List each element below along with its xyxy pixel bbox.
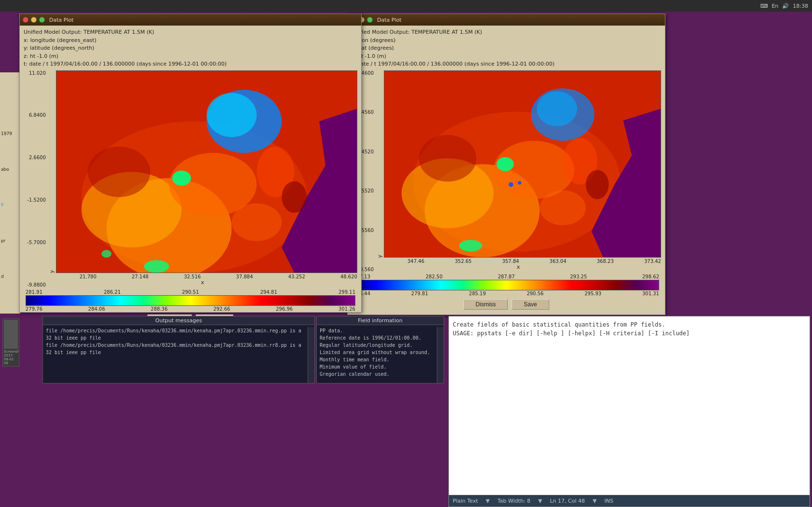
svg-point-22 (537, 91, 577, 126)
svg-point-6 (207, 93, 257, 137)
statusbar-dropdown-1[interactable]: ▼ (486, 498, 489, 504)
left-colorbar-section: 281.91 286.21 290.51 294.81 299.11 279.7… (24, 289, 357, 312)
statusbar-dropdown-2[interactable]: ▼ (538, 498, 542, 504)
keyboard-icon: ⌨ (760, 3, 768, 9)
statusbar-dropdown-3[interactable]: ▼ (593, 498, 596, 504)
left-data-plot-window: Data Plot Unified Model Output: TEMPERAT… (19, 14, 362, 313)
left-maximize-button[interactable] (39, 17, 45, 23)
left-y-axis-ticks: 11.020 6.8400 2.6600 -1.5200 -5.7000 -9.… (24, 70, 48, 288)
field-info-content: PP data. Reference date is 1996/12/01:00… (317, 325, 444, 380)
svg-point-10 (88, 146, 150, 197)
editor-position[interactable]: Ln 17, Col 48 (550, 498, 585, 504)
editor-tab-width[interactable]: Tab Width: 8 (498, 498, 530, 504)
right-window-title: Data Plot (377, 17, 402, 23)
svg-point-25 (497, 157, 514, 171)
partial-text-4: pr (0, 237, 20, 244)
field-info-panel: Field information PP data. Reference dat… (316, 316, 444, 384)
system-bar: ⌨ En 🔊 18:38 (0, 0, 812, 12)
svg-point-23 (509, 182, 514, 187)
left-colorbar-bottom-labels: 279.76 284.06 288.36 292.66 296.96 301.2… (26, 306, 355, 312)
left-titlebar[interactable]: Data Plot (20, 14, 361, 26)
left-colorbar-top-labels: 281.91 286.21 290.51 294.81 299.11 (26, 289, 355, 295)
svg-point-14 (231, 203, 282, 241)
left-close-button[interactable] (23, 17, 28, 23)
screenshot-date: 2017-08-01 09 (4, 354, 18, 365)
editor-statusbar: Plain Text ▼ Tab Width: 8 ▼ Ln 17, Col 4… (449, 495, 810, 507)
left-x-axis-ticks: 21.780 27.148 32.516 37.884 43.252 48.62… (48, 273, 357, 279)
left-window-content: Unified Model Output: TEMPERATURE AT 1.5… (20, 26, 361, 312)
editor-ins-mode: INS (604, 498, 613, 504)
editor-line-1: Create fields of basic statistical quant… (453, 320, 806, 329)
left-heatmap (56, 70, 357, 273)
right-colorbar-bottom-labels: 274.44 279.81 285.19 290.56 295.93 301.3… (353, 291, 659, 296)
right-window-buttons: Dismiss Save (352, 296, 661, 312)
editor-file-type[interactable]: Plain Text (453, 498, 478, 504)
volume-icon[interactable]: 🔊 (782, 3, 789, 9)
right-save-button[interactable]: Save (512, 299, 549, 310)
svg-point-7 (172, 170, 191, 185)
svg-point-26 (459, 240, 482, 251)
output-messages-content: file /home/precis/Documents/Runs/kenaha/… (43, 325, 314, 358)
partial-text-1: 1979 (0, 130, 20, 137)
left-window-title: Data Plot (49, 17, 74, 23)
svg-point-9 (101, 250, 111, 258)
right-colorbar (353, 280, 659, 290)
right-data-plot-window: Data Plot Unified Model Output: TEMPERAT… (347, 14, 665, 315)
left-minimize-button[interactable] (31, 17, 37, 23)
svg-point-27 (419, 135, 476, 181)
right-window-content: Unified Model Output: TEMPERATURE AT 1.5… (348, 26, 665, 315)
partial-text-5: d (0, 273, 20, 280)
editor-content[interactable]: Create fields of basic statistical quant… (449, 316, 810, 495)
right-x-axis-ticks: 347.46 352.65 357.84 363.04 368.23 373.4… (376, 258, 661, 264)
right-colorbar-top-labels: 277.13 282.50 287.87 293.25 298.62 (353, 274, 659, 279)
left-plot-area: 11.020 6.8400 2.6600 -1.5200 -5.7000 -9.… (24, 70, 357, 288)
right-plot-area: 9.4600 5.4560 1.4520 -2.5520 -6.5560 -10… (352, 70, 661, 273)
svg-point-24 (518, 181, 521, 184)
field-info-title: Field information (317, 316, 444, 325)
left-x-axis-label: x (48, 279, 357, 286)
left-partial-window: 1979 abo P pr d (0, 72, 20, 314)
output-messages-title: Output messages (43, 316, 314, 325)
right-y-axis-label: y (376, 70, 384, 258)
output-messages-panel: Output messages file /home/precis/Docume… (42, 316, 315, 384)
clock: 18:38 (793, 3, 808, 9)
right-plot-header: Unified Model Output: TEMPERATURE AT 1.5… (352, 28, 661, 69)
right-heatmap (384, 70, 661, 258)
output-scrollbar[interactable] (308, 327, 314, 383)
right-titlebar[interactable]: Data Plot (348, 14, 665, 26)
editor-panel: Create fields of basic statistical quant… (448, 316, 810, 507)
svg-point-8 (144, 260, 169, 273)
editor-line-2: USAGE: ppstats [-e dir] [-help ] [-helpx… (453, 329, 806, 338)
right-dismiss-button[interactable]: Dismiss (463, 299, 508, 310)
field-scrollbar[interactable] (437, 327, 444, 383)
screenshot-ext: png (4, 365, 18, 367)
partial-text-3: P (0, 202, 20, 208)
left-plot-header: Unified Model Output: TEMPERATURE AT 1.5… (24, 28, 357, 69)
right-colorbar-section: 277.13 282.50 287.87 293.25 298.62 274.4… (352, 274, 661, 296)
partial-text-2: abo (0, 166, 20, 173)
svg-point-31 (586, 170, 609, 199)
right-maximize-button[interactable] (367, 17, 373, 23)
svg-point-15 (282, 181, 307, 212)
left-colorbar (26, 295, 355, 306)
screenshot-thumbnail: Screenshot 2017-08-01 09 png (2, 318, 19, 367)
screenshot-label: Screenshot (4, 350, 18, 354)
right-x-axis-label: x (376, 264, 661, 270)
svg-point-30 (540, 190, 586, 225)
lang-indicator[interactable]: En (771, 3, 778, 9)
left-y-axis-label: y (48, 70, 56, 273)
